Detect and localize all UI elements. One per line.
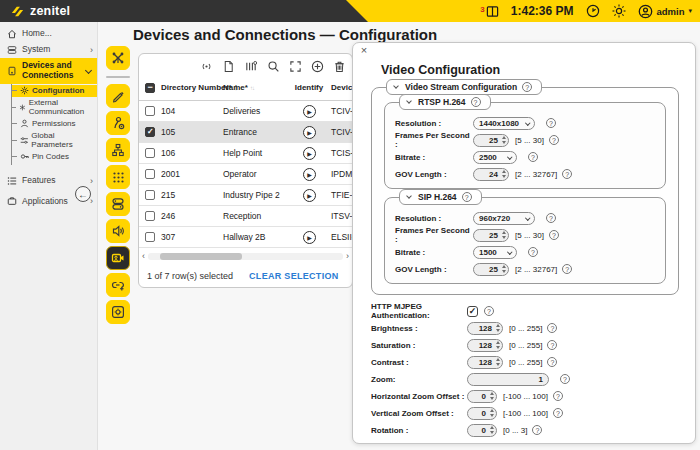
help-icon[interactable]: ? [528, 247, 538, 257]
help-icon[interactable]: ? [484, 306, 494, 316]
sidebar-item-pin-codes[interactable]: Pin Codes [12, 151, 97, 163]
row-checkbox[interactable] [145, 106, 155, 116]
table-row-selected[interactable]: ✓ 105 Entrance ▶ TCIV-5+ [139, 122, 352, 143]
help-icon[interactable]: ? [553, 391, 563, 401]
add-icon[interactable] [311, 60, 324, 73]
hierarchy-tool-button[interactable] [106, 138, 130, 162]
server-tool-button[interactable] [106, 192, 130, 216]
clear-selection-button[interactable]: CLEAR SELECTION [249, 271, 339, 281]
scroll-right-icon[interactable]: › [346, 251, 349, 261]
vertical-zoom-offset-input[interactable]: 0 [467, 407, 497, 420]
sidebar-item-configuration[interactable]: Configuration [12, 85, 97, 97]
help-icon[interactable]: ? [549, 230, 559, 240]
scroll-left-icon[interactable]: ‹ [142, 251, 145, 261]
row-checkbox-checked[interactable]: ✓ [145, 127, 155, 137]
brightness-input[interactable]: 128 [467, 322, 503, 335]
identify-play-button[interactable]: ▶ [303, 126, 316, 139]
zoom-input[interactable]: 1 [467, 373, 549, 386]
identify-brackets-icon[interactable] [289, 60, 302, 73]
spinner-icons[interactable] [496, 324, 500, 332]
collapse-sidebar-button[interactable]: ← [75, 186, 91, 202]
document-icon[interactable] [222, 60, 235, 73]
identify-play-button[interactable]: ▶ [303, 147, 316, 160]
trash-icon[interactable] [333, 60, 346, 73]
help-icon[interactable]: ? [532, 425, 542, 435]
select-all-checkbox[interactable]: − [145, 83, 155, 93]
row-checkbox[interactable] [145, 190, 155, 200]
video-tool-button[interactable] [106, 246, 130, 270]
help-icon[interactable]: ? [562, 169, 572, 179]
theme-toggle-button[interactable] [612, 4, 626, 18]
sidebar-item-permissions[interactable]: Permissions [12, 118, 97, 130]
sidebar-item-external-communication[interactable]: External Communication [12, 97, 97, 118]
sidebar-item-devices-and-connections[interactable]: Devices and Connections [0, 58, 97, 84]
row-checkbox[interactable] [145, 169, 155, 179]
identify-play-button[interactable]: ▶ [303, 105, 316, 118]
search-icon[interactable] [267, 60, 280, 73]
table-row[interactable]: 246 Reception ITSV-5 [139, 206, 352, 227]
rtsp-bitrate-select[interactable]: 2500 [473, 151, 517, 164]
scrollbar-track[interactable] [148, 253, 343, 260]
sip-resolution-select[interactable]: 960x720 [473, 212, 535, 225]
sip-h264-legend[interactable]: SIP H.264 ? [399, 189, 482, 205]
spinner-icons[interactable] [502, 136, 506, 144]
help-icon[interactable]: ? [522, 82, 532, 92]
help-icon[interactable]: ? [546, 118, 556, 128]
rotation-input[interactable]: 0 [467, 424, 497, 437]
table-row[interactable]: 2001 Operator ▶ IPDMH-V [139, 164, 352, 185]
broadcast-icon[interactable] [200, 60, 213, 73]
sip-fps-input[interactable]: 25 [473, 229, 509, 242]
spinner-icons[interactable] [502, 265, 506, 273]
help-icon[interactable]: ? [553, 408, 563, 418]
table-row[interactable]: 106 Help Point ▶ TCIS-5 [139, 143, 352, 164]
help-icon[interactable]: ? [560, 374, 570, 384]
table-row[interactable]: 307 Hallway 2B ▶ ELSII-10 [139, 227, 352, 248]
spinner-icons[interactable] [502, 231, 506, 239]
identify-play-button[interactable]: ▶ [303, 189, 316, 202]
topology-tool-button[interactable] [106, 46, 130, 70]
contrast-input[interactable]: 128 [467, 356, 503, 369]
help-icon[interactable]: ? [462, 192, 472, 202]
table-row[interactable]: 104 Deliveries ▶ TCIV-3+ [139, 101, 352, 122]
help-icon[interactable]: ? [547, 323, 557, 333]
changelog-button[interactable]: 3 [480, 5, 498, 18]
help-icon[interactable]: ? [547, 357, 557, 367]
row-checkbox[interactable] [145, 211, 155, 221]
spinner-icons[interactable] [490, 426, 494, 434]
video-stream-configuration-legend[interactable]: Video Stream Configuration ? [386, 79, 542, 95]
spinner-icons[interactable] [496, 358, 500, 366]
help-icon[interactable]: ? [549, 135, 559, 145]
horizontal-zoom-offset-input[interactable]: 0 [467, 390, 497, 403]
device-settings-tool-button[interactable] [106, 300, 130, 324]
close-icon[interactable]: × [358, 44, 370, 56]
sort-icon[interactable]: ↑↓ [250, 85, 254, 91]
column-header-name[interactable]: Name*↑↓ [223, 83, 287, 93]
sidebar-item-system[interactable]: System › [0, 42, 97, 58]
rtsp-fps-input[interactable]: 25 [473, 134, 509, 147]
help-icon[interactable]: ? [528, 152, 538, 162]
row-checkbox[interactable] [145, 232, 155, 242]
help-icon[interactable]: ? [471, 97, 481, 107]
table-row[interactable]: 215 Industry Pipe 2 ▶ TFIE-2 [139, 185, 352, 206]
identify-play-button[interactable]: ▶ [303, 231, 316, 244]
spinner-icons[interactable] [490, 409, 494, 417]
help-icon[interactable]: ? [546, 213, 556, 223]
user-menu[interactable]: admin ▾ [638, 4, 693, 19]
dialpad-tool-button[interactable] [106, 165, 130, 189]
identify-play-button[interactable]: ▶ [303, 168, 316, 181]
spinner-icons[interactable] [496, 341, 500, 349]
link-tool-button[interactable] [106, 273, 130, 297]
spinner-icons[interactable] [502, 170, 506, 178]
column-header-directory-number[interactable]: Directory Number*↑ [161, 82, 223, 93]
sip-bitrate-select[interactable]: 1500 [473, 246, 517, 259]
conduit-tool-button[interactable] [106, 111, 130, 135]
horizontal-scrollbar[interactable]: ‹ › [139, 250, 352, 262]
rtsp-h264-legend[interactable]: RTSP H.264 ? [399, 94, 491, 110]
barcode-icon[interactable] [244, 60, 258, 73]
edit-tool-button[interactable] [106, 84, 130, 108]
rtsp-gov-input[interactable]: 24 [473, 168, 509, 181]
mjpeg-auth-checkbox[interactable]: ✓ [467, 306, 478, 317]
help-icon[interactable]: ? [547, 340, 557, 350]
brand[interactable]: zenitel [10, 0, 70, 22]
time-settings-button[interactable] [586, 4, 600, 18]
